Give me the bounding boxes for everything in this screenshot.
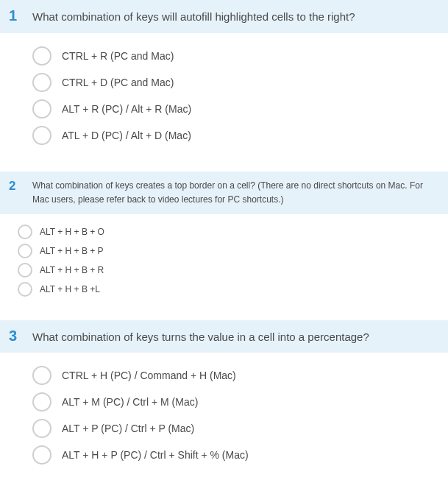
option-label: CTRL + R (PC and Mac): [62, 50, 174, 62]
question-text: What combination of keys creates a top b…: [32, 179, 438, 207]
option-label: CTRL + D (PC and Mac): [62, 77, 174, 88]
option-label: ALT + H + P (PC) / Ctrl + Shift + % (Mac…: [62, 449, 249, 461]
question-number: 3: [0, 328, 32, 344]
option-row[interactable]: CTRL + D (PC and Mac): [32, 73, 448, 92]
options-list: CTRL + H (PC) / Command + H (Mac)ALT + M…: [0, 353, 448, 476]
radio-icon[interactable]: [32, 392, 51, 411]
option-row[interactable]: ALT + P (PC) / Ctrl + P (Mac): [32, 419, 448, 438]
radio-icon[interactable]: [18, 225, 32, 239]
radio-icon[interactable]: [18, 263, 32, 278]
option-label: ALT + H + B +L: [40, 284, 100, 294]
radio-icon[interactable]: [32, 99, 51, 119]
radio-icon[interactable]: [32, 366, 51, 385]
option-label: ALT + H + B + O: [40, 227, 104, 237]
option-label: ALT + M (PC) / Ctrl + M (Mac): [62, 396, 198, 408]
option-label: ALT + H + B + R: [40, 265, 104, 275]
radio-icon[interactable]: [18, 282, 32, 297]
option-row[interactable]: ALT + R (PC) / Alt + R (Mac): [32, 99, 448, 119]
radio-icon[interactable]: [32, 445, 51, 464]
question-block: 2What combination of keys creates a top …: [0, 172, 448, 305]
question-text: What combination of keys will autofill h…: [32, 7, 360, 26]
options-list: ALT + H + B + OALT + H + B + PALT + H + …: [0, 214, 448, 305]
radio-icon[interactable]: [18, 244, 32, 258]
option-label: ALT + H + B + P: [40, 246, 104, 256]
option-label: ALT + P (PC) / Ctrl + P (Mac): [62, 423, 194, 434]
option-row[interactable]: ALT + H + B + P: [18, 244, 448, 258]
options-list: CTRL + R (PC and Mac)CTRL + D (PC and Ma…: [0, 33, 448, 157]
option-row[interactable]: ALT + M (PC) / Ctrl + M (Mac): [32, 392, 448, 411]
option-label: ATL + D (PC) / Alt + D (Mac): [62, 130, 191, 141]
question-header: 3What combination of keys turns the valu…: [0, 320, 448, 353]
question-text: What combination of keys turns the value…: [32, 328, 374, 346]
radio-icon[interactable]: [32, 126, 51, 145]
question-block: 1What combination of keys will autofill …: [0, 0, 448, 157]
question-number: 1: [0, 7, 32, 24]
question-header: 2What combination of keys creates a top …: [0, 172, 448, 214]
radio-icon[interactable]: [32, 46, 51, 66]
option-row[interactable]: ATL + D (PC) / Alt + D (Mac): [32, 126, 448, 145]
option-row[interactable]: CTRL + H (PC) / Command + H (Mac): [32, 366, 448, 385]
option-row[interactable]: ALT + H + B +L: [18, 282, 448, 297]
question-number: 2: [0, 179, 32, 194]
option-row[interactable]: CTRL + R (PC and Mac): [32, 46, 448, 66]
radio-icon[interactable]: [32, 73, 51, 92]
option-row[interactable]: ALT + H + B + O: [18, 225, 448, 239]
option-label: CTRL + H (PC) / Command + H (Mac): [62, 370, 236, 381]
quiz-container: 1What combination of keys will autofill …: [0, 0, 448, 476]
option-label: ALT + R (PC) / Alt + R (Mac): [62, 103, 191, 115]
option-row[interactable]: ALT + H + B + R: [18, 263, 448, 278]
question-block: 3What combination of keys turns the valu…: [0, 320, 448, 477]
question-header: 1What combination of keys will autofill …: [0, 0, 448, 33]
option-row[interactable]: ALT + H + P (PC) / Ctrl + Shift + % (Mac…: [32, 445, 448, 464]
radio-icon[interactable]: [32, 419, 51, 438]
